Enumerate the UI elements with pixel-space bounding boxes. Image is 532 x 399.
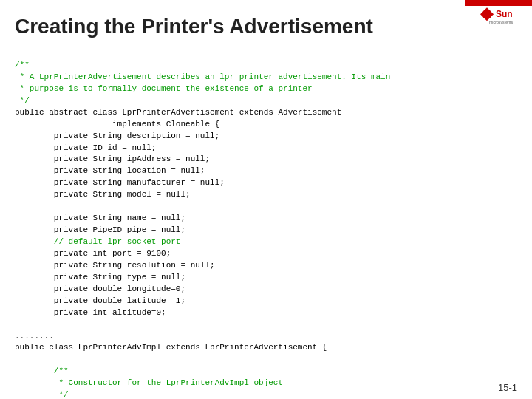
svg-text:Sun: Sun [496, 9, 513, 19]
page-number: 15-1 [498, 382, 517, 393]
page-title: Creating the Printer's Advertisement [15, 15, 373, 38]
top-accent-bar [466, 0, 532, 6]
sun-logo: Sun microsystems [480, 6, 525, 28]
svg-text:microsystems: microsystems [489, 20, 513, 24]
code-line-1: /** * A LprPrinterAdvertisement describe… [15, 61, 390, 399]
code-area: /** * A LprPrinterAdvertisement describe… [15, 48, 517, 377]
logo-area: Sun microsystems [480, 6, 525, 28]
